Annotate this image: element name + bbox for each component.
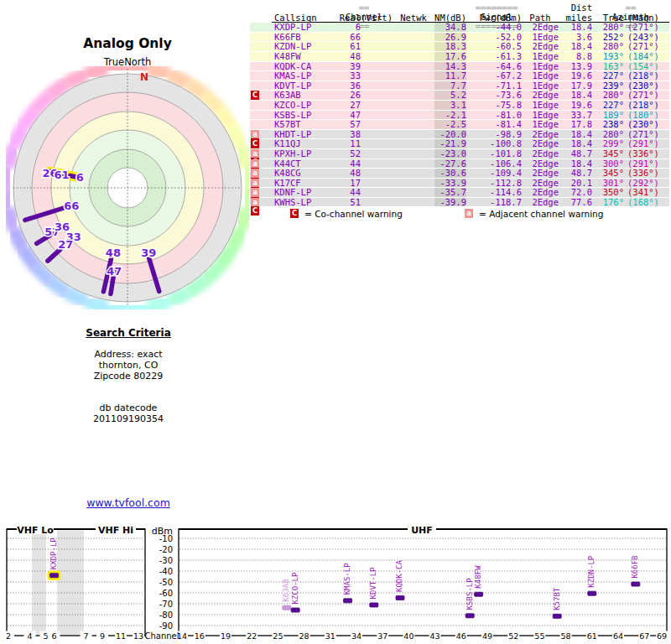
cell-dist-miles: 48.7 bbox=[559, 169, 592, 178]
cell-virt-channel bbox=[361, 198, 393, 207]
cell-real-channel: 39 bbox=[336, 62, 361, 71]
cell-dist-miles: 72.0 bbox=[559, 188, 592, 197]
cell-azimuth-true: 239° bbox=[592, 81, 624, 91]
db-datecode-label: db datecode bbox=[65, 402, 191, 413]
adjacent-warning-badge: a bbox=[465, 209, 473, 218]
table-row: aCKWHS-LP51-39.9-118.72Edge77.6176°(168°… bbox=[250, 198, 669, 208]
cell-nm-db: -39.9 bbox=[434, 198, 466, 207]
cell-dist-miles: 20.1 bbox=[559, 179, 592, 188]
warning-badges: aC bbox=[250, 179, 272, 188]
cell-virt-channel bbox=[361, 139, 393, 148]
cell-path: 1Edge bbox=[522, 71, 559, 80]
cell-azimuth-true: 176° bbox=[592, 198, 624, 207]
radar-channel-label: 39 bbox=[141, 247, 156, 259]
cell-real-channel: 51 bbox=[336, 198, 361, 207]
cell-pwr-dbm: -75.8 bbox=[466, 101, 522, 110]
cell-pwr-dbm: -81.4 bbox=[466, 120, 522, 129]
dbm-tick-label: -40 bbox=[159, 567, 173, 576]
cell-dist-miles: 48.7 bbox=[559, 149, 592, 158]
tvfool-link[interactable]: www.tvfool.com bbox=[86, 496, 170, 509]
co-channel-warning-badge: C bbox=[290, 209, 299, 218]
search-criteria-heading: Search Criteria bbox=[65, 327, 191, 339]
co-channel-legend-item: C= Co-channel warning bbox=[289, 209, 403, 219]
cell-dist-miles: 18.4 bbox=[559, 139, 592, 148]
cell-virt-channel bbox=[361, 120, 393, 129]
cell-azimuth-magnetic: (271°) bbox=[624, 91, 669, 100]
adjacent-channel-legend-item: a= Adjacent channel warning bbox=[464, 209, 603, 219]
cell-callsign: KZCO-LP bbox=[272, 101, 336, 110]
cell-network bbox=[393, 42, 434, 51]
table-row: K57BT57-2.5-81.41Edge17.8238°(230°) bbox=[250, 120, 669, 130]
station-label: K66FB bbox=[631, 556, 639, 579]
cell-network bbox=[393, 81, 434, 91]
channel-tick-label: 4 bbox=[27, 631, 32, 641]
cell-dist-miles: 19.6 bbox=[559, 71, 592, 80]
cell-path: 1Edge bbox=[522, 111, 559, 120]
azimuth-color-ring-segment bbox=[148, 69, 170, 75]
radar-channel-label: 47 bbox=[107, 265, 122, 278]
cell-virt-channel bbox=[361, 130, 393, 139]
col-header-virt: (Virt) bbox=[361, 13, 393, 23]
cell-azimuth-true: 280° bbox=[592, 23, 624, 32]
cell-virt-channel bbox=[361, 81, 393, 91]
cell-azimuth-magnetic: (271°) bbox=[624, 130, 669, 139]
cell-real-channel: 44 bbox=[336, 159, 361, 169]
cell-azimuth-magnetic: (336°) bbox=[624, 149, 669, 158]
dbm-tick-label: -20 bbox=[159, 545, 173, 554]
cell-path: 1Edge bbox=[522, 101, 559, 110]
cell-network bbox=[393, 120, 434, 129]
adjacent-warning-badge: a bbox=[251, 130, 259, 139]
station-label: KMAS-LP bbox=[343, 563, 351, 595]
station-label: KZCO-LP bbox=[291, 572, 299, 605]
cell-pwr-dbm: -60.5 bbox=[466, 42, 522, 51]
page-title: Analog Only bbox=[83, 36, 172, 51]
cell-callsign: KQDK-CA bbox=[272, 62, 336, 71]
warning-badges: C bbox=[250, 91, 272, 100]
warning-badges: aC bbox=[250, 188, 272, 197]
adjacent-warning-badge: a bbox=[251, 169, 259, 178]
cell-network bbox=[393, 23, 434, 32]
station-label: KQDK-CA bbox=[396, 559, 404, 592]
channel-tick-label: 6 bbox=[51, 631, 56, 641]
warning-badges: aC bbox=[250, 169, 272, 178]
cell-real-channel: 17 bbox=[336, 179, 361, 188]
cell-network bbox=[393, 139, 434, 148]
station-label: K57BT bbox=[553, 587, 561, 610]
cell-azimuth-true: 345° bbox=[592, 169, 624, 178]
cell-azimuth-magnetic: (230°) bbox=[624, 120, 669, 129]
cell-virt-channel bbox=[361, 188, 393, 197]
warning-badges: C bbox=[250, 139, 272, 148]
cell-virt-channel bbox=[361, 159, 393, 169]
cell-pwr-dbm: -81.0 bbox=[466, 111, 522, 120]
cell-nm-db: -27.6 bbox=[434, 159, 466, 169]
channel-tick-label: 34 bbox=[351, 631, 362, 641]
cell-pwr-dbm: -61.3 bbox=[466, 52, 522, 61]
cell-azimuth-magnetic: (218°) bbox=[624, 71, 669, 80]
cell-virt-channel bbox=[361, 91, 393, 100]
cell-callsign: KXDP-LP bbox=[272, 23, 336, 32]
cell-callsign: K48CG bbox=[272, 169, 336, 178]
table-row: KZCO-LP273.1-75.81Edge19.6227°(218°) bbox=[250, 101, 669, 111]
cell-nm-db: 11.7 bbox=[434, 71, 466, 80]
cell-real-channel: 47 bbox=[336, 111, 361, 120]
channel-tick-label: 25 bbox=[273, 631, 283, 641]
cell-nm-db: 18.3 bbox=[434, 42, 466, 51]
cell-path: 2Edge bbox=[522, 42, 559, 51]
azimuth-color-ring-segment bbox=[247, 166, 249, 190]
cell-real-channel: 52 bbox=[336, 149, 361, 158]
cell-pwr-dbm: -106.4 bbox=[466, 159, 522, 169]
cell-callsign: K17CF bbox=[272, 179, 336, 188]
warning-badges bbox=[250, 42, 272, 51]
cell-pwr-dbm: -100.8 bbox=[466, 139, 522, 148]
cell-callsign: KWHS-LP bbox=[272, 198, 336, 207]
col-header-netwk: Netwk bbox=[393, 13, 434, 23]
cell-azimuth-true: 300° bbox=[592, 159, 624, 169]
channel-tick-label: 67 bbox=[639, 631, 649, 641]
cell-virt-channel bbox=[361, 23, 393, 32]
cell-dist-miles: 18.4 bbox=[559, 159, 592, 169]
azimuth-color-ring-segment bbox=[85, 301, 107, 307]
cell-nm-db: -2.5 bbox=[434, 120, 466, 129]
cell-azimuth-true: 227° bbox=[592, 71, 624, 80]
cell-virt-channel bbox=[361, 62, 393, 71]
station-bar bbox=[370, 603, 378, 607]
